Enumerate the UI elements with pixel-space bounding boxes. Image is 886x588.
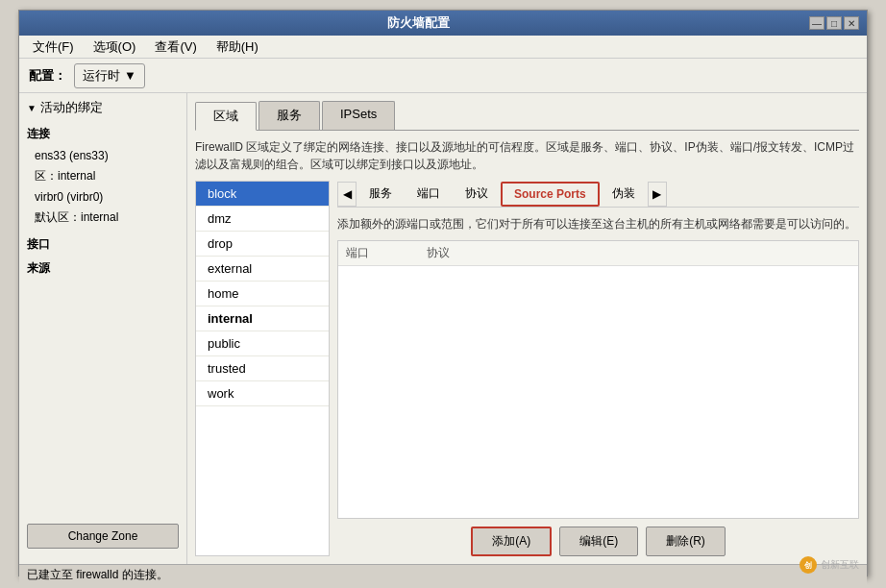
- watermark-text: 创新互联: [821, 558, 859, 572]
- titlebar: 防火墙配置 — □ ✕: [19, 11, 867, 36]
- zone-block[interactable]: block: [196, 182, 329, 207]
- virbr0-label: virbr0 (virbr0): [35, 190, 103, 204]
- zone-public[interactable]: public: [196, 331, 329, 356]
- active-bindings-section: ▼ 活动的绑定: [19, 93, 186, 122]
- ens33-zone-label: 区：internal: [35, 169, 95, 183]
- ens33-label: ens33 (ens33): [35, 149, 109, 162]
- table-body: [338, 266, 858, 518]
- zone-home[interactable]: home: [196, 282, 329, 306]
- col-port: 端口: [346, 245, 369, 261]
- tabs-row: 区域 服务 IPSets: [195, 101, 859, 131]
- subtabs-row: ◀ 服务 端口 协议 Source Ports 伪装 ▶: [337, 181, 859, 208]
- statusbar: 已建立至 firewalld 的连接。 创 创新互联: [19, 564, 867, 585]
- watermark-logo: 创: [800, 556, 817, 574]
- status-text: 已建立至 firewalld 的连接。: [27, 567, 168, 583]
- add-button[interactable]: 添加(A): [471, 527, 552, 556]
- detail-panel: ◀ 服务 端口 协议 Source Ports 伪装 ▶ 添加额外的源端口或范围…: [337, 181, 859, 556]
- subtab-protocol[interactable]: 协议: [453, 181, 501, 207]
- sidebar-item-virbr0[interactable]: virbr0 (virbr0): [19, 187, 186, 207]
- tab-ipsets[interactable]: IPSets: [322, 101, 395, 130]
- zone-detail-area: block dmz drop external home internal pu…: [195, 181, 859, 556]
- connections-label: 连接: [19, 122, 186, 146]
- restore-button[interactable]: □: [826, 16, 842, 30]
- content-area: ▼ 活动的绑定 连接 ens33 (ens33) 区：internal virb…: [19, 93, 867, 564]
- subtab-nav-right[interactable]: ▶: [648, 182, 667, 207]
- table-header: 端口 协议: [338, 241, 858, 266]
- sidebar-item-ens33[interactable]: ens33 (ens33): [19, 146, 186, 165]
- sidebar-bottom: Change Zone: [19, 339, 186, 564]
- config-label: 配置：: [29, 67, 66, 85]
- main-window: 防火墙配置 — □ ✕ 文件(F) 选项(O) 查看(V) 帮助(H) 配置： …: [18, 10, 868, 576]
- subtab-services[interactable]: 服务: [357, 181, 405, 207]
- edit-button[interactable]: 编辑(E): [559, 527, 638, 556]
- menu-options[interactable]: 选项(O): [84, 37, 146, 58]
- close-button[interactable]: ✕: [844, 16, 859, 30]
- interface-label: 接口: [19, 233, 186, 257]
- sidebar-list: 连接 ens33 (ens33) 区：internal virbr0 (virb…: [19, 122, 186, 339]
- subtab-ports[interactable]: 端口: [405, 181, 453, 207]
- zone-work[interactable]: work: [196, 381, 329, 406]
- toolbar: 配置： 运行时 ▼: [19, 59, 867, 93]
- watermark: 创 创新互联: [800, 556, 859, 574]
- zone-internal[interactable]: internal: [196, 306, 329, 331]
- tab-services[interactable]: 服务: [258, 101, 320, 130]
- ports-table: 端口 协议: [337, 240, 859, 519]
- subtab-nav-left[interactable]: ◀: [337, 182, 357, 207]
- sidebar: ▼ 活动的绑定 连接 ens33 (ens33) 区：internal virb…: [19, 93, 187, 564]
- menubar: 文件(F) 选项(O) 查看(V) 帮助(H): [19, 36, 867, 59]
- virbr0-zone-label: 默认区：internal: [35, 210, 118, 224]
- zone-drop[interactable]: drop: [196, 232, 329, 257]
- change-zone-button[interactable]: Change Zone: [27, 524, 179, 549]
- col-protocol: 协议: [427, 245, 450, 261]
- button-row: 添加(A) 编辑(E) 删除(R): [337, 519, 859, 556]
- menu-help[interactable]: 帮助(H): [207, 37, 268, 58]
- window-title: 防火墙配置: [27, 14, 809, 32]
- zone-external[interactable]: external: [196, 257, 329, 282]
- minimize-button[interactable]: —: [809, 16, 824, 30]
- delete-button[interactable]: 删除(R): [646, 527, 726, 556]
- sidebar-item-ens33-zone: 区：internal: [19, 165, 186, 187]
- titlebar-controls: — □ ✕: [809, 16, 859, 30]
- dropdown-arrow: ▼: [124, 68, 136, 83]
- zone-description: FirewallD 区域定义了绑定的网络连接、接口以及源地址的可信程度。区域是服…: [195, 138, 859, 173]
- sidebar-item-virbr0-zone: 默认区：internal: [19, 207, 186, 229]
- config-dropdown[interactable]: 运行时 ▼: [74, 63, 145, 88]
- subtab-masquerade[interactable]: 伪装: [600, 181, 648, 207]
- menu-view[interactable]: 查看(V): [145, 37, 206, 58]
- tab-zones[interactable]: 区域: [195, 102, 257, 131]
- expand-icon: ▼: [27, 103, 37, 113]
- source-label: 来源: [19, 257, 186, 281]
- config-value: 运行时: [83, 67, 120, 85]
- subtab-source-ports[interactable]: Source Ports: [501, 182, 600, 207]
- menu-file[interactable]: 文件(F): [23, 37, 84, 58]
- zone-list-panel: block dmz drop external home internal pu…: [195, 181, 330, 556]
- zone-trusted[interactable]: trusted: [196, 356, 329, 381]
- active-bindings-label: 活动的绑定: [40, 99, 103, 116]
- source-ports-description: 添加额外的源端口或范围，它们对于所有可以连接至这台主机的所有主机或网络都需要是可…: [337, 215, 859, 233]
- main-panel: 区域 服务 IPSets FirewallD 区域定义了绑定的网络连接、接口以及…: [187, 93, 867, 564]
- zone-dmz[interactable]: dmz: [196, 207, 329, 232]
